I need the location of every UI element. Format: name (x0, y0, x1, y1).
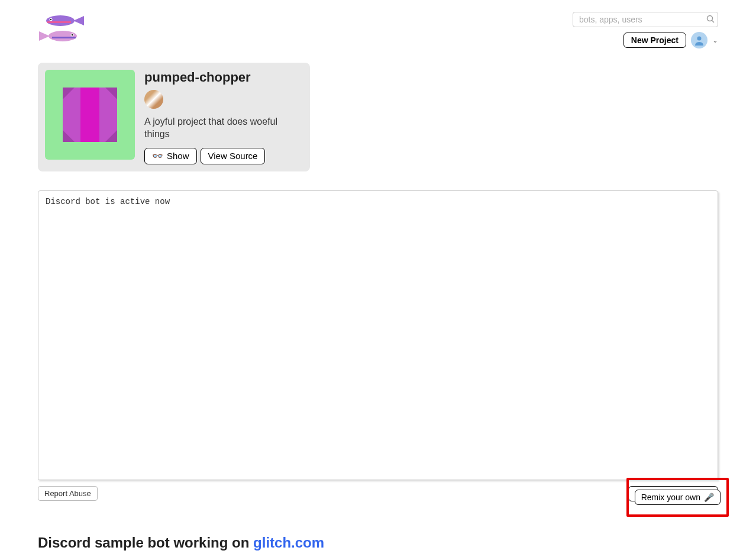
user-avatar[interactable] (691, 32, 707, 48)
project-thumbnail (45, 70, 135, 160)
svg-marker-6 (39, 31, 50, 41)
svg-point-12 (697, 37, 702, 41)
article-heading: Discord sample bot working on glitch.com (38, 535, 718, 551)
show-button[interactable]: 👓 Show (144, 148, 197, 164)
fish-icon (38, 30, 79, 43)
console-text: Discord bot is active now (46, 197, 170, 206)
svg-rect-9 (52, 37, 76, 38)
microphone-icon: 🎤 (704, 493, 714, 502)
header: New Project ⌄ (0, 0, 756, 48)
header-actions: New Project ⌄ (623, 32, 718, 48)
remix-label: Remix your own (641, 493, 700, 502)
article-title-prefix: Discord sample bot working on (38, 535, 253, 550)
new-project-button[interactable]: New Project (623, 33, 686, 48)
svg-marker-1 (73, 16, 84, 25)
console-output: Discord bot is active now (38, 190, 718, 480)
highlight-annotation: Remix your own 🎤 (626, 478, 729, 517)
sunglasses-icon: 👓 (152, 151, 163, 161)
main-content: pumped-chopper A joyful project that doe… (0, 63, 756, 551)
svg-point-8 (72, 34, 73, 35)
project-title: pumped-chopper (144, 70, 303, 85)
show-label: Show (167, 151, 189, 161)
header-right: New Project ⌄ (573, 12, 718, 48)
svg-point-3 (50, 19, 51, 20)
project-buttons: 👓 Show View Source (144, 148, 303, 164)
fish-icon (44, 14, 85, 27)
svg-point-10 (707, 16, 713, 21)
view-source-button[interactable]: View Source (201, 148, 266, 164)
glitch-link[interactable]: glitch.com (253, 535, 324, 550)
svg-line-11 (712, 21, 715, 23)
report-abuse-button[interactable]: Report Abuse (38, 486, 98, 501)
project-info: pumped-chopper A joyful project that doe… (144, 70, 303, 164)
project-card: pumped-chopper A joyful project that doe… (38, 63, 310, 171)
owner-avatar[interactable] (144, 90, 163, 109)
project-description: A joyful project that does woeful things (144, 116, 303, 141)
chevron-down-icon[interactable]: ⌄ (712, 36, 718, 44)
remix-button[interactable]: Remix your own 🎤 (635, 490, 721, 505)
footer-row: Report Abuse Add to Collection Remix you… (38, 486, 718, 501)
footer-right: Add to Collection Remix your own 🎤 (628, 486, 718, 501)
search-input[interactable] (573, 12, 718, 27)
svg-rect-4 (47, 21, 71, 23)
user-icon (694, 35, 705, 46)
search-wrap (573, 12, 718, 27)
glitch-logo[interactable] (38, 12, 85, 45)
search-icon (706, 15, 715, 25)
